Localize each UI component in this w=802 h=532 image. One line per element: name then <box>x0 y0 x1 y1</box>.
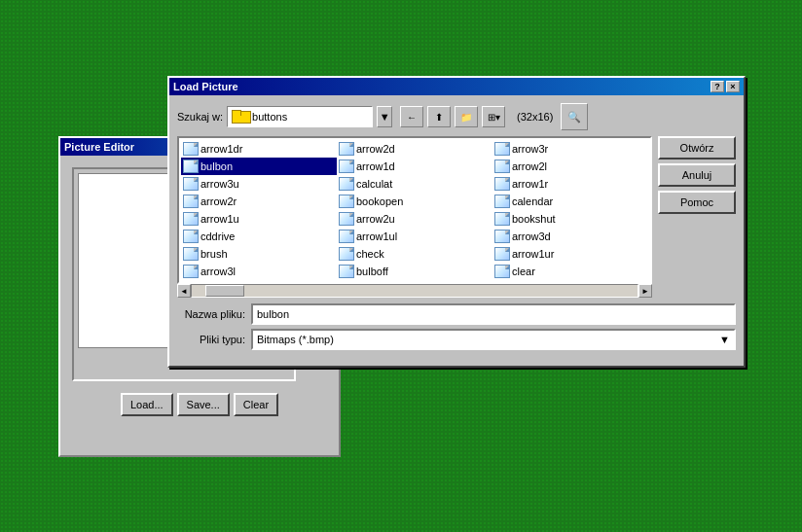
picture-editor-buttons: Load... Save... Clear <box>64 389 335 420</box>
load-picture-dialog: Load Picture ? × Szukaj w: buttons ▼ ← ⬆… <box>167 76 746 368</box>
help-button[interactable]: Pomoc <box>658 191 736 214</box>
file-icon <box>339 230 354 243</box>
file-item[interactable]: arrow3l <box>181 263 337 280</box>
file-item-label: brush <box>200 248 228 260</box>
file-item-label: arrow3l <box>200 266 236 277</box>
filename-label: Nazwa pliku: <box>177 308 245 320</box>
scroll-thumb[interactable] <box>205 285 244 297</box>
file-icon <box>339 142 354 156</box>
file-icon <box>339 177 354 191</box>
file-icon <box>494 247 510 261</box>
toolbar-newfolder-btn[interactable]: 📁 <box>455 106 478 127</box>
dialog-titlebar: Load Picture ? × <box>169 78 744 95</box>
file-item-label: bookshut <box>512 213 556 225</box>
magnify-button[interactable]: 🔍 <box>561 103 588 130</box>
file-item-label: arrow1dr <box>200 143 242 155</box>
file-item[interactable]: arrow2l <box>492 158 648 175</box>
scroll-left-btn[interactable]: ◄ <box>177 284 191 298</box>
file-item-label: arrow2r <box>200 195 237 207</box>
file-item[interactable]: arrow1r <box>492 175 648 193</box>
file-item-label: cddrive <box>200 231 235 242</box>
file-item[interactable]: arrow1d <box>337 158 492 175</box>
save-button[interactable]: Save... <box>177 393 230 416</box>
scroll-track <box>191 284 638 298</box>
file-item[interactable]: arrow3u <box>181 175 337 193</box>
file-item[interactable]: arrow2r <box>181 193 337 210</box>
file-item-label: arrow2u <box>356 213 395 225</box>
file-icon <box>183 230 199 243</box>
file-icon <box>339 212 354 226</box>
file-item[interactable]: arrow1u <box>181 210 337 228</box>
file-item[interactable]: bookopen <box>337 193 492 210</box>
horizontal-scrollbar[interactable]: ◄ ► <box>177 284 652 298</box>
dialog-body: Szukaj w: buttons ▼ ← ⬆ 📁 ⊞▾ (32x16) 🔍 a… <box>169 95 744 362</box>
file-icon <box>183 177 199 191</box>
file-item[interactable]: arrow1ur <box>492 245 648 263</box>
file-item-label: arrow1r <box>512 178 548 190</box>
file-icon <box>494 142 510 156</box>
dialog-close-btn[interactable]: × <box>726 81 740 92</box>
file-item-label: arrow2d <box>356 143 395 155</box>
file-item-label: bookopen <box>356 195 403 207</box>
file-item-label: arrow1ur <box>512 248 554 260</box>
file-icon <box>339 247 354 261</box>
filename-row: Nazwa pliku: <box>177 303 736 325</box>
filetype-combo[interactable]: Bitmaps (*.bmp) ▼ <box>251 329 736 350</box>
file-item[interactable]: bookshut <box>492 210 648 228</box>
file-icon <box>494 195 510 208</box>
file-item[interactable]: check <box>337 245 492 263</box>
dialog-help-btn[interactable]: ? <box>711 81 724 92</box>
load-button[interactable]: Load... <box>121 393 173 416</box>
file-icon <box>183 265 199 278</box>
file-item[interactable]: arrow3d <box>492 228 648 245</box>
file-item-label: bulboff <box>356 266 388 277</box>
file-item[interactable]: arrow3r <box>492 140 648 158</box>
folder-icon <box>232 110 249 124</box>
current-folder-text: buttons <box>252 111 287 123</box>
toolbar-back-btn[interactable]: ← <box>400 106 423 127</box>
toolbar-views-btn[interactable]: ⊞▾ <box>482 106 505 127</box>
file-item[interactable]: cddrive <box>181 228 337 245</box>
file-item[interactable]: arrow2d <box>337 140 492 158</box>
filetype-value: Bitmaps (*.bmp) <box>257 334 334 345</box>
file-item-label: clear <box>512 266 535 277</box>
file-item-label: calendar <box>512 195 553 207</box>
folder-combo[interactable]: buttons <box>227 106 373 127</box>
file-item-label: arrow3u <box>200 178 239 190</box>
file-item-label: bulbon <box>200 160 233 172</box>
file-item-label: arrow3r <box>512 143 548 155</box>
size-label: (32x16) <box>517 111 553 123</box>
filetype-row: Pliki typu: Bitmaps (*.bmp) ▼ <box>177 329 736 350</box>
side-buttons: Otwórz Anuluj Pomoc <box>658 136 736 298</box>
toolbar-up-btn[interactable]: ⬆ <box>427 106 451 127</box>
file-item[interactable]: calculat <box>337 175 492 193</box>
file-item-label: arrow1d <box>356 160 395 172</box>
clear-button[interactable]: Clear <box>234 393 278 416</box>
file-icon <box>339 265 354 278</box>
file-item-label: arrow3d <box>512 231 551 242</box>
file-icon <box>494 160 510 173</box>
file-item-label: check <box>356 248 384 260</box>
filetype-label: Pliki typu: <box>177 334 245 345</box>
szukaj-row: Szukaj w: buttons ▼ ← ⬆ 📁 ⊞▾ (32x16) 🔍 <box>177 103 736 130</box>
cancel-button[interactable]: Anuluj <box>658 163 736 187</box>
file-item[interactable]: clear <box>492 263 648 280</box>
file-item-label: arrow1u <box>200 213 239 225</box>
file-item[interactable]: arrow1dr <box>181 140 337 158</box>
file-icon <box>183 212 199 226</box>
file-icon <box>494 230 510 243</box>
file-item[interactable]: arrow1ul <box>337 228 492 245</box>
file-item[interactable]: arrow2u <box>337 210 492 228</box>
file-item[interactable]: bulboff <box>337 263 492 280</box>
scroll-right-btn[interactable]: ► <box>638 284 652 298</box>
filename-input[interactable] <box>251 303 736 325</box>
file-icon <box>339 160 354 173</box>
file-item[interactable]: bulbon <box>181 158 337 175</box>
file-item-label: arrow2l <box>512 160 547 172</box>
open-button[interactable]: Otwórz <box>658 136 736 160</box>
file-icon <box>183 195 199 208</box>
file-icon <box>183 247 199 261</box>
file-item[interactable]: brush <box>181 245 337 263</box>
file-item[interactable]: calendar <box>492 193 648 210</box>
folder-combo-dropdown[interactable]: ▼ <box>377 106 392 127</box>
